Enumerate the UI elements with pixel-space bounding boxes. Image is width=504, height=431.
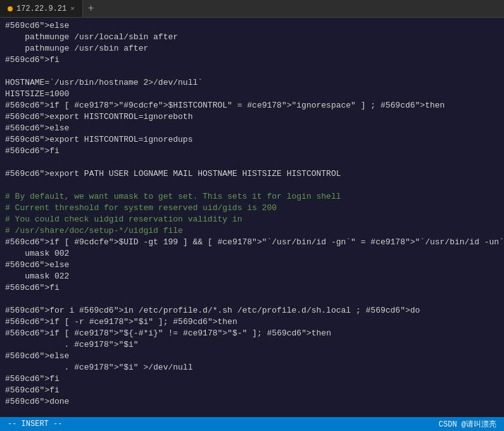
editor-area: #569cd6">else pathmunge /usr/local/sbin … bbox=[0, 18, 504, 417]
code-line: #569cd6">else bbox=[0, 123, 504, 134]
code-line bbox=[0, 180, 504, 191]
code-line bbox=[0, 408, 504, 417]
code-line: #569cd6">if [ #ce9178">"${-#*i}" != #ce9… bbox=[0, 328, 504, 339]
code-line: #569cd6">fi bbox=[0, 373, 504, 385]
code-line: #569cd6">else bbox=[0, 259, 504, 271]
code-line: #569cd6">fi bbox=[0, 146, 504, 157]
code-line: #569cd6">else bbox=[0, 20, 504, 32]
code-line: #569cd6">if [ #9cdcfe">$UID -gt 199 ] &&… bbox=[0, 237, 504, 248]
status-bar: -- INSERT -- CSDN @请叫漂亮 bbox=[0, 417, 504, 431]
code-line: #569cd6">export HISTCONTROL=ignoredups bbox=[0, 134, 504, 146]
code-line: # By default, we want umask to get set. … bbox=[0, 191, 504, 203]
status-left: -- INSERT -- bbox=[8, 420, 62, 428]
branding-label: CSDN @请叫漂亮 bbox=[439, 419, 496, 430]
code-line: #569cd6">fi bbox=[0, 282, 504, 294]
code-line: #569cd6">if [ #ce9178">"#9cdcfe">$HISTCO… bbox=[0, 100, 504, 111]
tab-label: 172.22.9.21 bbox=[16, 4, 66, 13]
insert-mode-label: -- INSERT -- bbox=[8, 420, 62, 428]
code-line bbox=[0, 66, 504, 77]
code-line: #569cd6">done bbox=[0, 396, 504, 408]
code-line: #569cd6">if [ -r #ce9178">"$i" ]; #569cd… bbox=[0, 316, 504, 328]
code-line: #569cd6">fi bbox=[0, 385, 504, 396]
code-line: umask 022 bbox=[0, 271, 504, 282]
code-line: #569cd6">export PATH USER LOGNAME MAIL H… bbox=[0, 168, 504, 180]
tab-add-button[interactable]: + bbox=[83, 0, 99, 18]
code-line: #569cd6">fi bbox=[0, 54, 504, 66]
code-line: #569cd6">else bbox=[0, 351, 504, 362]
tab-close-button[interactable]: × bbox=[70, 5, 75, 13]
code-line: HISTSIZE=1000 bbox=[0, 89, 504, 100]
code-line: pathmunge /usr/local/sbin after bbox=[0, 32, 504, 43]
code-line: #569cd6">export HISTCONTROL=ignoreboth bbox=[0, 111, 504, 123]
code-line: . #ce9178">"$i" bbox=[0, 339, 504, 351]
tab-bar: 172.22.9.21 × + bbox=[0, 0, 504, 18]
status-right: CSDN @请叫漂亮 bbox=[439, 419, 496, 430]
tab-dot-icon bbox=[8, 6, 13, 11]
code-line: # Current threshold for system reserved … bbox=[0, 203, 504, 214]
code-line bbox=[0, 157, 504, 168]
code-line bbox=[0, 294, 504, 305]
code-line: #569cd6">for i #569cd6">in /etc/profile.… bbox=[0, 305, 504, 316]
code-line: HOSTNAME=`/usr/bin/hostname 2>/dev/null` bbox=[0, 77, 504, 89]
code-line: pathmunge /usr/sbin after bbox=[0, 43, 504, 54]
code-line: # You could check uidgid reservation val… bbox=[0, 214, 504, 225]
code-line: umask 002 bbox=[0, 248, 504, 259]
code-line: . #ce9178">"$i" >/dev/null bbox=[0, 362, 504, 373]
code-line: # /usr/share/doc/setup-*/uidgid file bbox=[0, 225, 504, 237]
tab-terminal[interactable]: 172.22.9.21 × bbox=[0, 0, 83, 17]
